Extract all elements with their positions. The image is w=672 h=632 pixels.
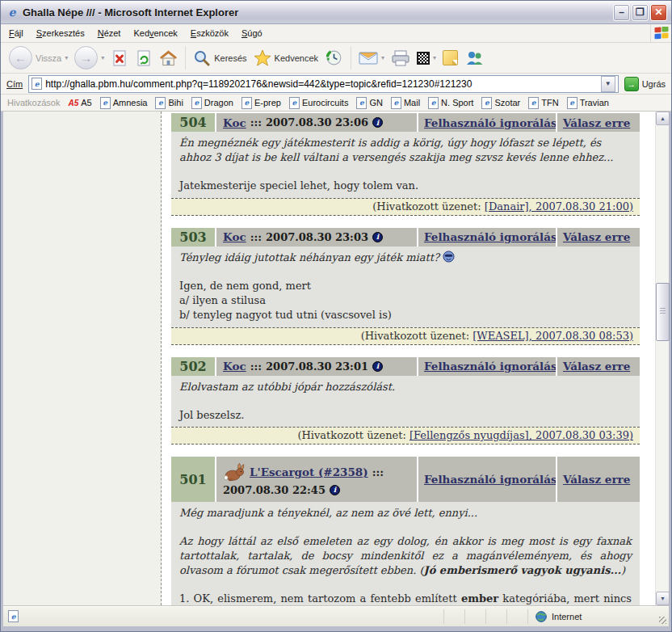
messenger-button[interactable]	[461, 48, 487, 68]
links-bar: Hivatkozások A5A5 eAmnesia eBihi eDragon…	[1, 95, 671, 112]
menu-view[interactable]: Nézet	[91, 26, 128, 40]
edit-icon	[417, 52, 430, 65]
author-link[interactable]: Koc	[223, 230, 246, 243]
quote-reference-bar: (Hivatkozott üzenet: [Danair], 2007.08.3…	[171, 198, 640, 216]
reply-text: Jol beszelsz.	[179, 408, 632, 423]
ignore-user-link[interactable]: Felhasználó ignorálása	[424, 230, 564, 243]
post-body: Elolvastam az utóbbi jópár hozzászólást.…	[171, 376, 640, 428]
go-button[interactable]: → Ugrás	[624, 77, 666, 91]
ignore-user-link[interactable]: Felhasználó ignorálása	[424, 360, 564, 373]
stop-button[interactable]	[107, 48, 132, 69]
mail-dropdown-icon[interactable]: ▾	[381, 54, 384, 61]
post-header: 501 L'Escargot (#2358) ::: 2007.08.	[171, 457, 640, 502]
menu-help[interactable]: Súgó	[235, 26, 269, 40]
toolbar-separator	[351, 46, 351, 70]
forward-dropdown-icon[interactable]: ▾	[101, 54, 104, 61]
favorites-button[interactable]: Kedvencek	[250, 48, 321, 69]
post-author-cell: L'Escargot (#2358) ::: 2007.08.30 22:45 …	[216, 457, 417, 502]
link-amnesia[interactable]: eAmnesia	[100, 97, 148, 109]
reply-link[interactable]: Válasz erre	[563, 230, 630, 243]
smiley-icon	[443, 251, 455, 263]
info-icon[interactable]: i	[372, 117, 383, 128]
link-eprep[interactable]: eE-prep	[242, 97, 281, 109]
link-tfn[interactable]: eTFN	[528, 97, 558, 109]
post-date: 2007.08.30 22:45	[223, 484, 326, 496]
post-header: 503 Koc ::: 2007.08.30 23:03 i Felhaszná…	[171, 228, 640, 246]
rabbit-avatar-icon	[223, 463, 246, 482]
link-eurocircuits[interactable]: eEurocircuits	[289, 97, 348, 109]
forward-button[interactable]: → ▾	[71, 44, 107, 71]
status-pane	[485, 609, 506, 624]
page-viewport: 504 Koc ::: 2007.08.30 23:06 i Felhaszná…	[3, 112, 669, 605]
reply-link[interactable]: Válasz erre	[563, 473, 630, 486]
windows-logo-icon	[650, 24, 671, 43]
link-travian[interactable]: eTravian	[567, 97, 609, 109]
quoted-message-link[interactable]: [Fellengzős nyugdíjas], 2007.08.30 03:39…	[410, 429, 633, 441]
quoted-message-link[interactable]: [WEASEL], 2007.08.30 08:53)	[472, 330, 633, 342]
print-button[interactable]	[388, 48, 414, 68]
edit-dropdown-icon[interactable]: ▾	[433, 54, 436, 61]
page-icon: e	[32, 78, 42, 90]
history-button[interactable]	[321, 47, 346, 69]
address-input[interactable]: e http://ghalla.pbm.hu/comment.php?q=118…	[28, 75, 618, 93]
scroll-up-button[interactable]: ▲	[656, 112, 670, 125]
forum-posts-column: 504 Koc ::: 2007.08.30 23:06 i Felhaszná…	[162, 112, 641, 605]
home-button[interactable]	[156, 48, 181, 69]
info-icon[interactable]: i	[372, 232, 383, 242]
info-icon[interactable]: i	[330, 485, 340, 495]
status-pane	[506, 609, 527, 624]
minimize-button[interactable]: –	[613, 4, 630, 21]
post-author-cell: Koc ::: 2007.08.30 23:01 i	[216, 357, 417, 376]
vertical-scrollbar[interactable]: ▲ ▼	[655, 112, 669, 605]
quote-reference-bar: (Hivatkozott üzenet: [WEASEL], 2007.08.3…	[171, 327, 640, 345]
reply-link[interactable]: Válasz erre	[563, 116, 630, 129]
ignore-user-link[interactable]: Felhasználó ignorálása	[424, 116, 564, 129]
author-link[interactable]: L'Escargot (#2358)	[250, 466, 368, 478]
close-button[interactable]: ✕	[650, 4, 667, 21]
a5-icon: A5	[68, 99, 78, 107]
link-mail[interactable]: eMail	[391, 97, 420, 109]
reply-link[interactable]: Válasz erre	[563, 360, 630, 373]
back-button[interactable]: ← Vissza ▾	[6, 44, 71, 71]
link-bihi[interactable]: eBihi	[155, 97, 183, 109]
scroll-down-button[interactable]: ▼	[656, 592, 670, 605]
post-author-cell: Koc ::: 2007.08.30 23:03 i	[216, 228, 417, 246]
forum-post-502: 502 Koc ::: 2007.08.30 23:01 i Felhaszná…	[171, 357, 640, 445]
menu-file[interactable]: Fájl	[2, 26, 30, 40]
quoted-text: Még maradjunk a tényeknél, az nem az övé…	[179, 506, 632, 520]
link-szotar[interactable]: eSzotar	[481, 97, 520, 109]
link-nsport[interactable]: eN. Sport	[428, 97, 473, 109]
post-number: 501	[171, 457, 215, 502]
quoted-text: Az hogy láttál az első emeleten az egy d…	[179, 534, 632, 578]
refresh-icon	[135, 49, 153, 67]
quoted-text: Elolvastam az utóbbi jópár hozzászólást.	[179, 380, 632, 394]
quoted-message-link[interactable]: [Danair], 2007.08.30 21:00)	[485, 200, 633, 213]
ie-doc-icon: e	[100, 97, 111, 109]
refresh-button[interactable]	[132, 48, 156, 69]
author-link[interactable]: Koc	[223, 360, 246, 373]
forum-post-503: 503 Koc ::: 2007.08.30 23:03 i Felhaszná…	[171, 228, 640, 345]
link-dragon[interactable]: eDragon	[191, 97, 233, 109]
ignore-user-link[interactable]: Felhasználó ignorálása	[424, 473, 564, 486]
link-gn[interactable]: eGN	[356, 97, 383, 109]
address-dropdown-button[interactable]: ▼	[601, 76, 615, 92]
mail-button[interactable]: ▾	[355, 49, 388, 67]
search-button[interactable]: Keresés	[190, 48, 250, 69]
title-bar: e Ghalla Népe /// - Microsoft Internet E…	[1, 1, 671, 24]
maximize-button[interactable]: ❐	[632, 4, 649, 21]
author-link[interactable]: Koc	[223, 116, 246, 129]
menu-tools[interactable]: Eszközök	[184, 26, 235, 40]
link-a5[interactable]: A5A5	[68, 98, 91, 107]
back-dropdown-icon[interactable]: ▾	[65, 54, 68, 61]
print-icon	[391, 50, 410, 66]
resize-grip[interactable]	[655, 606, 669, 626]
menu-edit[interactable]: Szerkesztés	[30, 26, 91, 40]
info-icon[interactable]: i	[372, 361, 383, 372]
discuss-button[interactable]	[439, 48, 461, 67]
scrollbar-thumb[interactable]	[656, 283, 670, 341]
ie-doc-icon: e	[391, 97, 401, 109]
menu-bar: Fájl Szerkesztés Nézet Kedvencek Eszközö…	[1, 24, 671, 43]
menu-favorites[interactable]: Kedvencek	[127, 26, 183, 40]
edit-button[interactable]: ▾	[414, 50, 439, 66]
reply-text: 1. OK, elismerem, nem tartozom a fentebb…	[179, 592, 632, 605]
